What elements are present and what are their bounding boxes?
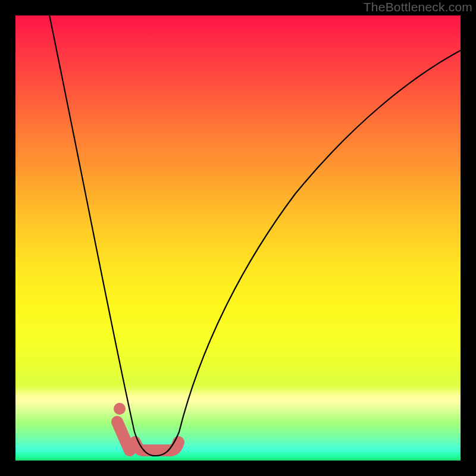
bottleneck-curve bbox=[47, 15, 461, 456]
curve-highlight-left-segment bbox=[117, 422, 130, 450]
watermark-text: TheBottleneck.com bbox=[364, 0, 472, 14]
curve-highlight-marker-icon bbox=[114, 403, 126, 415]
plot-overlay bbox=[15, 15, 461, 461]
plot-area bbox=[15, 15, 461, 461]
